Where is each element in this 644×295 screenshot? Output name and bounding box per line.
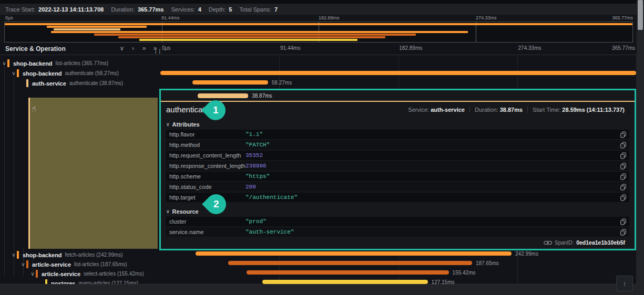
minimap-tick: 91.44ms <box>161 15 180 20</box>
span-duration-label: 58.27ms <box>272 80 292 86</box>
minimap-span-bar <box>118 36 385 38</box>
chevron-down-icon[interactable]: ∨ <box>1 60 7 66</box>
span-duration-label: 38.87ms <box>252 93 272 99</box>
chevron-down-icon[interactable]: ∨ <box>11 252 17 258</box>
collapse-one-icon[interactable]: ∨ <box>119 45 125 52</box>
services-label: Services: <box>171 6 195 13</box>
scrollbar-thumb[interactable] <box>638 0 643 30</box>
attribute-row: http.response_content_length 238986 <box>166 161 629 171</box>
service-name: article-service <box>32 261 71 268</box>
tree-row-auth-authenticate[interactable]: auth-service authenticate (38.87ms) <box>0 78 158 88</box>
span-duration-label: 242.99ms <box>515 251 538 257</box>
window-top-strip <box>0 0 644 4</box>
duration-value: 38.87ms <box>500 107 523 113</box>
attribute-value: "PATCH" <box>246 142 270 148</box>
copy-icon[interactable] <box>620 152 626 159</box>
attribute-row: http.scheme "https" <box>166 172 629 181</box>
tree-row-fetch-articles[interactable]: ∨ shop-backend fetch-articles (242.99ms) <box>0 250 158 260</box>
tree-row-authenticate[interactable]: ∨ shop-backend authenticate (58.27ms) <box>0 68 158 78</box>
depth-value: 5 <box>229 6 232 13</box>
span-bar-list-articles[interactable] <box>160 71 636 75</box>
copy-icon[interactable] <box>620 194 626 201</box>
scroll-to-top-button[interactable]: ↑ <box>616 276 633 291</box>
attribute-row: http.flavor "1.1" <box>166 130 629 139</box>
span-bar-query-articles[interactable] <box>262 280 428 284</box>
total-spans-value: 7 <box>274 6 278 13</box>
service-color-bar <box>17 69 19 77</box>
minimap-tick: 0μs <box>5 15 13 20</box>
span-duration-label: 187.65ms <box>476 260 499 266</box>
attribute-value: "1.1" <box>246 131 263 138</box>
copy-icon[interactable] <box>620 163 626 170</box>
service-operation-title: Service & Operation <box>5 45 66 52</box>
operation-name: authenticate (58.27ms) <box>65 70 119 76</box>
minimap-span-bar <box>5 23 632 25</box>
resource-section-toggle[interactable]: ∨ Resource <box>166 207 629 216</box>
attribute-key: http.response_content_length <box>169 163 246 169</box>
minimap-range-selector[interactable] <box>4 22 633 43</box>
service-name: shop-backend <box>23 70 62 77</box>
tree-row-list-articles[interactable]: ∨ shop-backend list-articles (365.77ms) <box>0 58 158 68</box>
trace-body: Service & Operation ∨ › » » | | 0μs 91.4… <box>0 44 637 284</box>
trace-minimap: 0μs 91.44ms 182.89ms 274.33ms 365.77ms <box>0 15 637 44</box>
expand-one-icon[interactable]: › <box>130 45 136 52</box>
attribute-row: http.status_code 200 <box>166 182 629 192</box>
copy-icon[interactable] <box>620 142 626 149</box>
attribute-value: 238986 <box>246 163 267 169</box>
tree-row-select-articles[interactable]: ∨ article-service select-articles (155.4… <box>0 269 158 279</box>
services-value: 4 <box>198 6 201 13</box>
resource-row: service.name "auth-service" <box>166 227 629 237</box>
service-color-bar <box>26 79 28 87</box>
trace-summary-bar: Trace Start: 2022-12-13 14:11:13.708 Dur… <box>0 4 637 15</box>
copy-icon[interactable] <box>620 184 626 191</box>
columns-header: Service & Operation ∨ › » » | | 0μs 91.4… <box>0 44 637 55</box>
span-bar-select-articles[interactable] <box>247 270 449 275</box>
start-time-value: 28.59ms (14:11:13.737) <box>562 107 625 113</box>
span-bar-fetch-articles[interactable] <box>196 251 512 256</box>
copy-icon[interactable] <box>620 173 626 180</box>
minimap-span-bar <box>139 39 357 41</box>
span-bar-auth-authenticate[interactable] <box>198 93 248 98</box>
minimap-span-bar <box>51 31 468 33</box>
minimap-tick: 365.77ms <box>612 15 633 20</box>
attribute-key: http.scheme <box>169 173 246 180</box>
start-time-label: Start Time: <box>533 107 560 113</box>
operation-name: list-articles (187.65ms) <box>74 261 127 267</box>
resource-title: Resource <box>172 208 199 215</box>
gantt-area: 58.27ms 242.99ms 187.65ms 155.42ms 127.1… <box>160 55 636 284</box>
timeline-ticks: 0μs 91.44ms 182.89ms 274.33ms 365.77ms <box>160 45 636 52</box>
timeline-tick: 274.33ms <box>518 45 541 51</box>
trace-start-value: 2022-12-13 14:11:13.708 <box>38 6 104 13</box>
timeline-tick: 365.77ms <box>612 45 635 51</box>
tree-row-article-list[interactable]: ∨ article-service list-articles (187.65m… <box>0 259 158 269</box>
tree-guide <box>4 67 5 276</box>
chevron-down-icon: ∨ <box>166 209 170 214</box>
copy-icon[interactable] <box>620 229 626 236</box>
chevron-down-icon[interactable]: ∨ <box>29 271 36 277</box>
timeline-tick: 0μs <box>162 45 170 51</box>
service-name: shop-backend <box>23 252 62 258</box>
span-tree: ☝ ∨ shop-backend list-articles (365.77ms… <box>0 55 158 284</box>
selected-span-highlight[interactable]: ☝ <box>28 98 158 249</box>
copy-icon[interactable] <box>620 131 626 138</box>
bottom-strip <box>0 284 637 295</box>
service-label: Service: <box>408 107 429 113</box>
copy-icon[interactable] <box>620 218 626 225</box>
span-bar-authenticate[interactable] <box>192 80 268 85</box>
collapse-all-icon[interactable]: » <box>142 45 146 52</box>
chevron-down-icon[interactable]: ∨ <box>11 70 17 76</box>
trace-viewer: Trace Start: 2022-12-13 14:11:13.708 Dur… <box>0 0 644 295</box>
chevron-down-icon[interactable]: ∨ <box>20 261 26 267</box>
service-color-bar <box>7 59 9 67</box>
service-color-bar <box>17 251 19 259</box>
total-spans-label: Total Spans: <box>239 6 271 13</box>
duration-label: Duration: <box>475 107 498 113</box>
service-name: article-service <box>42 271 80 277</box>
attributes-section-toggle[interactable]: ∨ Attributes <box>166 120 629 129</box>
span-bar-article-list[interactable] <box>228 261 472 265</box>
span-id-row[interactable]: SpanID: 0ed1ea1e1b10eb5f <box>166 239 629 246</box>
service-name: auth-service <box>32 80 66 87</box>
selected-span-color-line <box>28 98 30 249</box>
timeline-tick: 182.89ms <box>399 45 422 51</box>
attribute-value: "https" <box>246 173 270 180</box>
